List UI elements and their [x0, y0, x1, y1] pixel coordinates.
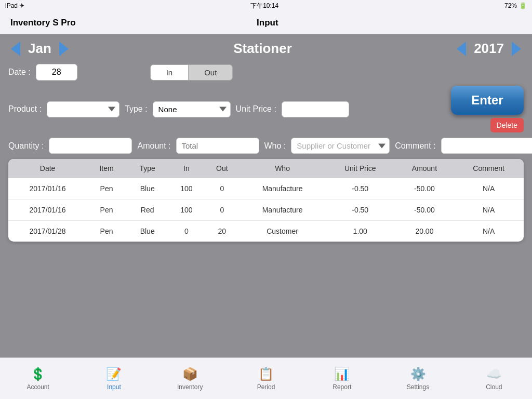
main-content: Jan Stationer 2017 Date : In Out — [0, 34, 532, 357]
type-dropdown-wrapper: None — [153, 101, 231, 117]
report-label: Report — [332, 383, 351, 391]
month-year-row: Jan Stationer 2017 — [8, 41, 524, 57]
tab-inventory[interactable]: 📦 Inventory — [152, 364, 228, 394]
tab-account[interactable]: 💲 Account — [0, 364, 76, 394]
battery-label: 72% — [504, 2, 517, 9]
table-row[interactable]: 2017/01/16PenBlue1000Manufacture-0.50-50… — [8, 178, 524, 200]
report-icon: 📊 — [334, 367, 350, 381]
tab-period[interactable]: 📋 Period — [228, 364, 304, 394]
month-next-button[interactable] — [57, 42, 71, 56]
form-row-3: Quantity : Amount : Who : Supplier or Cu… — [8, 138, 524, 154]
type-label: Type : — [125, 104, 148, 114]
tab-bar: 💲 Account 📝 Input 📦 Inventory 📋 Period 📊… — [0, 357, 532, 399]
col-comment: Comment — [454, 159, 524, 178]
period-icon: 📋 — [258, 367, 274, 381]
cloud-icon: ☁️ — [486, 367, 502, 381]
period-label: Period — [257, 383, 275, 391]
col-unit-price: Unit Price — [325, 159, 395, 178]
status-time: 下午10:14 — [250, 2, 278, 10]
product-dropdown-wrapper — [47, 101, 119, 117]
who-select[interactable]: Supplier or Customer — [291, 138, 390, 154]
in-button[interactable]: In — [151, 65, 189, 80]
table-row[interactable]: 2017/01/28PenBlue020Customer1.0020.00N/A — [8, 221, 524, 242]
year-prev-button[interactable] — [454, 42, 469, 56]
account-label: Account — [26, 383, 49, 391]
year-right-arrow-icon — [512, 42, 521, 56]
out-button[interactable]: Out — [189, 65, 232, 80]
year-next-button[interactable] — [509, 42, 524, 56]
month-section: Jan — [8, 41, 71, 57]
unit-price-label: Unit Price : — [236, 104, 276, 114]
account-icon: 💲 — [30, 367, 46, 381]
tab-input[interactable]: 📝 Input — [76, 364, 152, 394]
amount-input — [176, 138, 259, 154]
right-arrow-icon — [59, 42, 69, 56]
left-arrow-icon — [11, 42, 20, 56]
amount-label: Amount : — [137, 141, 170, 151]
date-label: Date : — [8, 68, 31, 77]
col-item: Item — [87, 159, 126, 178]
comment-label: Comment : — [395, 141, 435, 151]
table-row[interactable]: 2017/01/16PenRed1000Manufacture-0.50-50.… — [8, 200, 524, 221]
product-label: Product : — [8, 104, 42, 114]
nav-center-title: Input — [257, 18, 278, 28]
in-out-toggle: In Out — [150, 64, 233, 81]
month-prev-button[interactable] — [8, 42, 23, 56]
inventory-label: Inventory — [177, 383, 203, 391]
col-type: Type — [126, 159, 168, 178]
device-label: iPad ✈ — [5, 2, 24, 9]
col-who: Who — [240, 159, 325, 178]
settings-label: Settings — [407, 383, 429, 391]
app-title: Inventory S Pro — [10, 18, 76, 28]
year-label: 2017 — [474, 41, 504, 57]
status-bar: iPad ✈ 下午10:14 72% 🔋 — [0, 0, 532, 11]
year-left-arrow-icon — [457, 42, 466, 56]
data-table: Date Item Type In Out Who Unit Price Amo… — [8, 159, 524, 242]
delete-button[interactable]: Delete — [490, 118, 524, 132]
col-out: Out — [204, 159, 240, 178]
col-in: In — [168, 159, 204, 178]
form-area: Date : In Out Product : Type : — [8, 64, 524, 154]
year-section: 2017 — [454, 41, 524, 57]
col-amount: Amount — [395, 159, 454, 178]
table-container: Date Item Type In Out Who Unit Price Amo… — [8, 159, 524, 242]
quantity-input[interactable] — [49, 138, 132, 154]
enter-button[interactable]: Enter — [451, 86, 524, 115]
inventory-icon: 📦 — [182, 367, 198, 381]
who-label: Who : — [264, 141, 286, 151]
battery-icon: 🔋 — [519, 2, 527, 9]
product-select[interactable] — [47, 101, 119, 117]
date-input[interactable] — [36, 64, 77, 81]
status-left: iPad ✈ — [5, 2, 24, 9]
tab-settings[interactable]: ⚙️ Settings — [380, 364, 456, 394]
form-row-2: Product : Type : None Unit Price : — [8, 86, 524, 132]
type-select[interactable]: None — [153, 101, 231, 117]
store-name: Stationer — [71, 41, 454, 57]
input-icon: 📝 — [106, 367, 122, 381]
col-date: Date — [8, 159, 87, 178]
status-right: 72% 🔋 — [504, 2, 527, 9]
unit-price-input[interactable] — [282, 101, 349, 117]
form-row-1: Date : In Out — [8, 64, 524, 81]
input-label: Input — [107, 383, 121, 391]
who-dropdown-wrapper: Supplier or Customer — [291, 138, 390, 154]
comment-input[interactable] — [441, 138, 532, 154]
tab-cloud[interactable]: ☁️ Cloud — [456, 364, 532, 394]
cloud-label: Cloud — [486, 383, 502, 391]
table-header-row: Date Item Type In Out Who Unit Price Amo… — [8, 159, 524, 178]
nav-bar: Inventory S Pro Input — [0, 11, 532, 34]
quantity-label: Quantity : — [8, 141, 44, 151]
month-label: Jan — [28, 41, 51, 57]
tab-report[interactable]: 📊 Report — [304, 364, 380, 394]
settings-icon: ⚙️ — [410, 367, 426, 381]
table-body: 2017/01/16PenBlue1000Manufacture-0.50-50… — [8, 178, 524, 242]
